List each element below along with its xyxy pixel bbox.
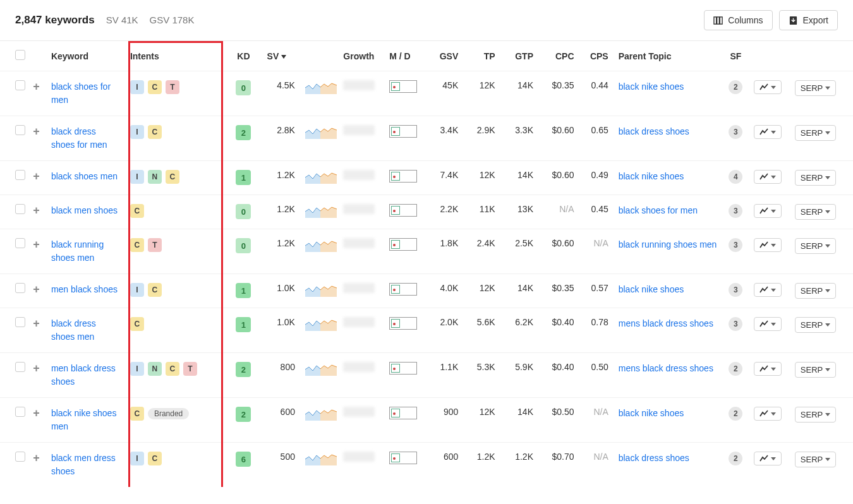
row-checkbox[interactable] [15,170,25,180]
intent-badge-c: C [148,125,162,139]
md-thumbnail[interactable] [389,125,417,138]
row-checkbox[interactable] [15,407,25,417]
header-keyword[interactable]: Keyword [46,41,125,71]
add-button[interactable]: + [30,362,43,375]
trend-button[interactable] [754,125,782,139]
kd-badge: 2 [236,407,251,422]
row-checkbox[interactable] [15,80,25,90]
header-sf[interactable]: SF [723,41,749,71]
parent-topic-link[interactable]: black nike shoes [619,408,684,418]
gtp-value: 1.2K [500,443,538,488]
intent-badge-i: I [130,170,144,184]
header-growth[interactable]: Growth [338,41,384,71]
header-tp[interactable]: TP [463,41,500,71]
header-cps[interactable]: CPS [579,41,614,71]
header-md[interactable]: M / D [384,41,426,71]
parent-topic-link[interactable]: black nike shoes [619,81,684,92]
parent-topic-link[interactable]: black dress shoes [619,453,689,463]
row-checkbox[interactable] [15,238,25,248]
md-thumbnail[interactable] [389,204,417,217]
header-cpc[interactable]: CPC [538,41,579,71]
add-button[interactable]: + [30,80,43,93]
add-button[interactable]: + [30,317,43,330]
add-button[interactable]: + [30,452,43,464]
trend-button[interactable] [754,407,782,421]
md-thumbnail[interactable] [389,452,417,464]
serp-button[interactable]: SERP [795,204,836,220]
serp-button[interactable]: SERP [795,125,836,141]
md-thumbnail[interactable] [389,80,417,93]
select-all-checkbox[interactable] [15,50,25,60]
md-thumbnail[interactable] [389,317,417,330]
header-parent[interactable]: Parent Topic [614,41,723,71]
cps-value: 0.65 [579,116,614,161]
add-button[interactable]: + [30,238,43,251]
add-button[interactable]: + [30,204,43,217]
header-kd[interactable]: KD [225,41,262,71]
serp-button[interactable]: SERP [795,362,836,378]
keyword-link[interactable]: men black shoes [51,284,118,294]
parent-topic-link[interactable]: black dress shoes [619,126,689,136]
serp-label: SERP [801,241,823,251]
trend-button[interactable] [754,80,782,94]
add-button[interactable]: + [30,125,43,138]
row-checkbox[interactable] [15,125,25,135]
row-checkbox[interactable] [15,362,25,372]
row-checkbox[interactable] [15,317,25,327]
serp-button[interactable]: SERP [795,317,836,333]
row-checkbox[interactable] [15,204,25,214]
serp-button[interactable]: SERP [795,80,836,96]
serp-button[interactable]: SERP [795,283,836,299]
md-thumbnail[interactable] [389,362,417,375]
keyword-link[interactable]: black dress shoes for men [51,126,107,150]
keyword-link[interactable]: black shoes men [51,171,118,181]
serp-button[interactable]: SERP [795,452,836,467]
export-button[interactable]: Export [779,10,838,30]
md-thumbnail[interactable] [389,170,417,183]
header-gsv[interactable]: GSV [426,41,463,71]
keyword-link[interactable]: men black dress shoes [51,363,116,387]
tp-value: 12K [463,71,500,116]
trend-button[interactable] [754,170,782,184]
md-thumbnail[interactable] [389,407,417,419]
keyword-link[interactable]: black men dress shoes [51,453,116,476]
trend-button[interactable] [754,283,782,297]
keyword-link[interactable]: black men shoes [51,205,118,215]
md-thumbnail[interactable] [389,283,417,296]
parent-topic-link[interactable]: mens black dress shoes [619,363,713,373]
trend-button[interactable] [754,452,782,465]
caret-down-icon [825,413,830,416]
md-thumbnail[interactable] [389,238,417,251]
intent-badge-c: C [130,204,144,218]
add-button[interactable]: + [30,407,43,419]
keyword-link[interactable]: black shoes for men [51,81,111,105]
serp-button[interactable]: SERP [795,238,836,254]
parent-topic-link[interactable]: mens black dress shoes [619,318,713,328]
trend-button[interactable] [754,204,782,218]
columns-button[interactable]: Columns [704,10,772,30]
parent-topic-link[interactable]: black running shoes men [619,239,717,249]
trend-button[interactable] [754,362,782,376]
table-row: +men black dress shoesINCT28001.1K5.3K5.… [0,353,853,398]
parent-topic-link[interactable]: black shoes for men [619,205,698,215]
serp-button[interactable]: SERP [795,170,836,186]
sparkline [300,398,338,443]
row-checkbox[interactable] [15,283,25,293]
parent-topic-link[interactable]: black nike shoes [619,284,684,294]
keyword-link[interactable]: black dress shoes men [51,318,96,342]
parent-topic-link[interactable]: black nike shoes [619,171,684,181]
keyword-link[interactable]: black nike shoes men [51,408,117,431]
keyword-link[interactable]: black running shoes men [51,239,104,263]
header-intents[interactable]: Intents [125,41,225,71]
sort-desc-icon [281,55,286,59]
add-button[interactable]: + [30,283,43,296]
serp-label: SERP [801,365,823,375]
trend-button[interactable] [754,238,782,252]
header-sv[interactable]: SV [262,41,300,71]
trend-button[interactable] [754,317,782,331]
serp-button[interactable]: SERP [795,407,836,423]
header-gtp[interactable]: GTP [500,41,538,71]
gsv-value: 7.4K [426,161,463,195]
row-checkbox[interactable] [15,452,25,462]
add-button[interactable]: + [30,170,43,183]
